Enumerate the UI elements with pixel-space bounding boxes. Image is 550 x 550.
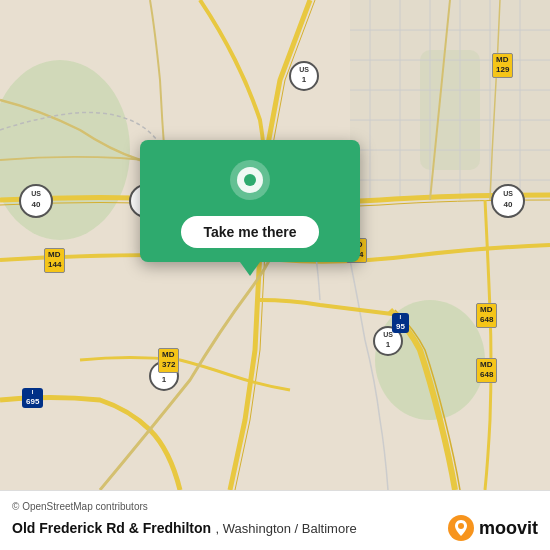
moovit-pin-icon — [447, 514, 475, 542]
badge-md144-left: MD144 — [44, 248, 65, 273]
moovit-logo: moovit — [447, 514, 538, 542]
moovit-brand-text: moovit — [479, 518, 538, 539]
badge-us40-left: US 40 — [18, 183, 54, 223]
badge-md648-top: MD648 — [476, 303, 497, 328]
svg-text:1: 1 — [386, 340, 391, 349]
svg-text:1: 1 — [302, 75, 307, 84]
location-pin-icon — [228, 158, 272, 202]
location-name: Old Frederick Rd & Fredhilton — [12, 520, 211, 536]
svg-text:US: US — [503, 190, 513, 197]
popup-card: Take me there — [140, 140, 360, 262]
badge-i695: I695 — [22, 388, 43, 408]
attribution: © OpenStreetMap contributors — [12, 501, 538, 512]
svg-text:40: 40 — [504, 200, 513, 209]
svg-text:1: 1 — [162, 375, 167, 384]
badge-md648-bottom: MD648 — [476, 358, 497, 383]
badge-i95: I95 — [392, 313, 409, 333]
badge-md372: MD372 — [158, 348, 179, 373]
take-me-there-button[interactable]: Take me there — [181, 216, 318, 248]
svg-text:US: US — [299, 66, 309, 73]
bottom-bar: © OpenStreetMap contributors Old Frederi… — [0, 490, 550, 550]
map-container: US 40 US 40 US 40 US 1 US 1 — [0, 0, 550, 490]
svg-point-38 — [244, 174, 256, 186]
badge-us40-right: US 40 — [490, 183, 526, 223]
location-sub: , Washington / Baltimore — [216, 521, 357, 536]
badge-md129: MD129 — [492, 53, 513, 78]
svg-text:40: 40 — [32, 200, 41, 209]
svg-point-40 — [458, 523, 464, 529]
svg-text:US: US — [31, 190, 41, 197]
svg-text:US: US — [383, 331, 393, 338]
badge-us1-upper: US 1 — [288, 60, 320, 96]
